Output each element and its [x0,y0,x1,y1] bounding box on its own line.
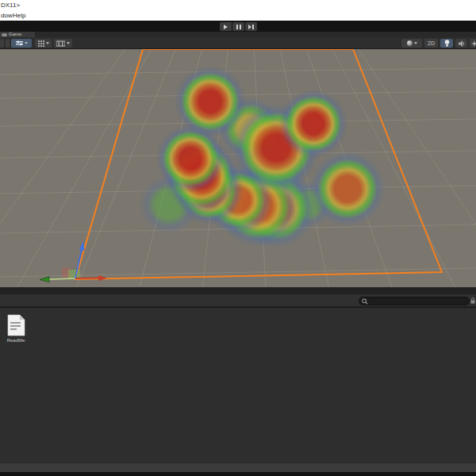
chevron-down-icon [67,42,70,44]
search-input[interactable] [370,298,465,304]
toolbar-fragment-button[interactable] [0,39,4,48]
gizmo-x-arrow-icon[interactable] [98,275,107,281]
toggle-audio-button[interactable] [455,39,467,48]
chevron-down-icon [46,42,49,44]
toggle-effects-button[interactable] [470,39,476,48]
os-title-bar: DX11> [0,0,476,10]
bottom-edge [0,472,476,476]
view-tab-bar: Game [0,32,476,37]
render-mode-sphere-icon [407,40,413,46]
scene-view-toolbar: 2D [0,37,476,49]
project-toolbar [0,294,476,307]
scene-filter-icon [16,40,23,47]
selection-and-gizmo-overlay [0,49,476,287]
project-search-field[interactable] [359,297,470,305]
document-icon [7,314,25,336]
unity-editor-window: DX11> dow Help Game [0,0,476,476]
step-button[interactable] [245,22,257,31]
play-controls [220,22,257,31]
gizmo-z-axis[interactable] [49,278,75,279]
camera-view-dropdown[interactable] [54,39,72,48]
play-button[interactable] [220,22,232,31]
tab-game[interactable]: Game [0,32,35,37]
pause-icon [236,25,241,29]
asset-label: ReadMe [7,338,25,343]
toggle-2d-button[interactable]: 2D [424,39,438,48]
chevron-down-icon [25,42,28,44]
scene-filter-dropdown[interactable] [11,39,32,48]
game-tab-icon [2,33,7,36]
menu-item-help[interactable]: Help [13,12,25,19]
effects-icon [471,40,476,47]
grid-snap-dropdown[interactable] [35,39,52,48]
search-icon [362,298,368,305]
menu-bar: dow Help [0,10,476,21]
editor-toolbar [0,21,476,32]
play-icon [224,25,228,29]
viewport-bottom-strip [0,287,476,294]
2d-mode-label: 2D [428,40,435,46]
lighting-bulb-icon [444,40,450,47]
camera-view-icon [56,40,65,47]
step-icon [248,25,251,29]
scene-viewport[interactable] [0,49,476,287]
menu-item-window[interactable]: dow [1,12,13,19]
toolbar-fragment-button-2[interactable] [6,39,10,48]
project-content-area[interactable]: ReadMe [0,308,476,463]
gizmo-y-arrow-icon[interactable] [79,241,85,251]
pause-button[interactable] [232,22,244,31]
chevron-down-icon [414,42,417,44]
render-mode-dropdown[interactable] [401,39,422,48]
game-tab-label: Game [9,32,21,37]
status-bar [0,463,476,472]
lock-icon[interactable] [470,298,475,304]
asset-readme[interactable]: ReadMe [5,314,27,343]
audio-speaker-icon [459,40,465,47]
window-title: DX11> [1,2,20,9]
toggle-lighting-button[interactable] [440,39,453,48]
selected-plane-outline[interactable] [75,49,442,279]
grid-snap-icon [38,40,44,47]
gizmo-plane-handle-green[interactable] [68,270,80,278]
gizmo-x-axis[interactable] [75,278,98,278]
gizmo-z-arrow-icon[interactable] [40,277,49,282]
